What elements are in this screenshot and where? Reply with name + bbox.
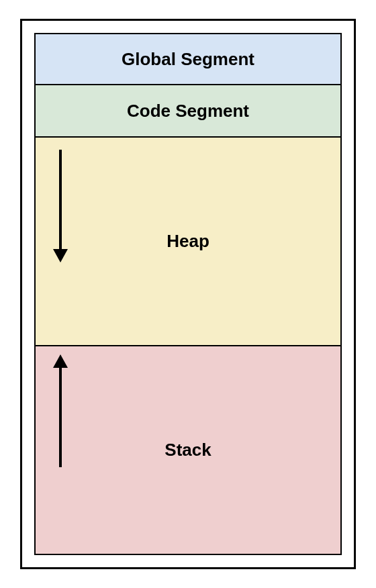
global-segment-label: Global Segment <box>122 49 254 70</box>
code-segment-label: Code Segment <box>127 101 249 121</box>
svg-marker-1 <box>53 249 68 262</box>
code-segment: Code Segment <box>34 85 342 138</box>
global-segment: Global Segment <box>34 33 342 85</box>
heap-segment: Heap <box>34 138 342 346</box>
stack-segment: Stack <box>34 346 342 555</box>
stack-segment-label: Stack <box>164 440 211 460</box>
arrow-down-icon <box>50 148 70 262</box>
svg-marker-3 <box>53 354 68 368</box>
memory-layout-diagram: Global Segment Code Segment Heap Stack <box>20 19 356 569</box>
heap-segment-label: Heap <box>167 231 209 252</box>
arrow-up-icon <box>50 354 70 469</box>
